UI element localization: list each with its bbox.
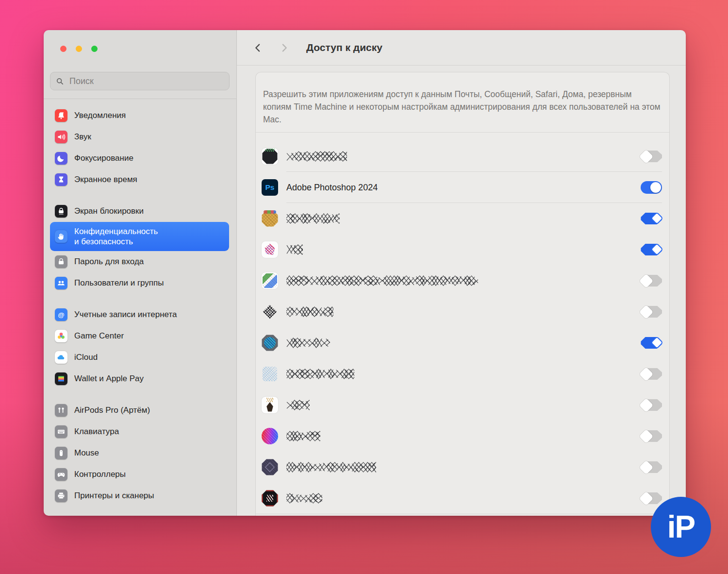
app-list: PsAdobe Photoshop 2024 <box>256 141 669 514</box>
redacted-app-name <box>286 493 641 504</box>
disk-access-toggle[interactable] <box>641 243 662 256</box>
users-icon <box>55 277 67 289</box>
redacted-app-name <box>286 275 641 286</box>
forward-button[interactable] <box>277 40 291 55</box>
redacted-app-name <box>286 244 641 255</box>
controller-icon <box>55 468 67 481</box>
lock-screen-icon <box>55 205 67 218</box>
app-row <box>256 234 669 265</box>
app-row: PsAdobe Photoshop 2024 <box>256 172 669 203</box>
sidebar-item-users[interactable]: Пользователи и группы <box>50 272 229 294</box>
redacted-app-icon <box>262 490 278 506</box>
window-controls <box>44 30 236 52</box>
search-input[interactable] <box>68 76 224 87</box>
moon-icon <box>55 152 67 165</box>
redacted-app-name <box>286 338 641 348</box>
redacted-app-name <box>286 306 641 317</box>
airpods-icon <box>55 404 67 417</box>
sidebar-item-game-center[interactable]: Game Center <box>50 325 229 347</box>
app-row <box>256 296 669 327</box>
app-row <box>256 141 669 172</box>
disk-access-toggle[interactable] <box>641 212 662 225</box>
at-icon: @ <box>55 308 67 321</box>
disk-access-toggle[interactable] <box>641 274 662 287</box>
sidebar-item-label: Принтеры и сканеры <box>74 490 154 501</box>
keyboard-icon <box>55 425 67 438</box>
sidebar-item-password-lock[interactable]: Пароль для входа <box>50 251 229 272</box>
disk-access-toggle[interactable] <box>641 368 662 380</box>
redacted-app-icon <box>262 241 278 258</box>
sidebar-item-hourglass[interactable]: Экранное время <box>50 169 229 190</box>
sidebar-item-label: Пароль для входа <box>74 256 144 267</box>
sidebar-item-mouse[interactable]: Mouse <box>50 442 229 464</box>
redacted-app-icon <box>262 210 278 227</box>
system-settings-window: УведомленияЗвукФокусированиеЭкранное вре… <box>44 30 686 516</box>
redacted-app-name <box>286 369 641 379</box>
sidebar-item-airpods[interactable]: AirPods Pro (Артём) <box>50 400 229 421</box>
sidebar-item-label: Wallet и Apple Pay <box>74 373 144 384</box>
sidebar-item-keyboard[interactable]: Клавиатура <box>50 421 229 442</box>
redacted-app-name <box>286 151 641 162</box>
redacted-app-icon <box>262 366 278 382</box>
sidebar-item-label: Фокусирование <box>74 153 133 163</box>
sidebar-item-label: Уведомления <box>74 110 126 120</box>
sidebar-item-lock-screen[interactable]: Экран блокировки <box>50 201 229 222</box>
chevron-left-icon <box>253 43 263 53</box>
search-field[interactable] <box>50 72 230 90</box>
sidebar-group: @Учетные записи интернетаGame CenteriClo… <box>50 304 229 389</box>
game-center-icon <box>55 330 67 342</box>
disk-access-toggle[interactable] <box>641 305 662 318</box>
sidebar-item-icloud[interactable]: iCloud <box>50 347 229 368</box>
search-icon <box>55 77 65 86</box>
wallet-icon <box>55 372 67 385</box>
sidebar-item-label: Экранное время <box>74 174 137 185</box>
app-row <box>256 358 669 389</box>
minimize-button[interactable] <box>76 46 82 52</box>
add-app-button[interactable]: + <box>260 514 274 516</box>
mouse-icon <box>55 447 67 459</box>
disk-access-toggle[interactable] <box>641 430 662 442</box>
disk-access-toggle[interactable] <box>641 181 662 194</box>
sidebar-item-wallet[interactable]: Wallet и Apple Pay <box>50 368 229 389</box>
sidebar-nav: УведомленияЗвукФокусированиеЭкранное вре… <box>44 99 236 516</box>
close-button[interactable] <box>60 46 66 52</box>
settings-content: Доступ к диску Разрешить этим приложения… <box>237 30 686 516</box>
app-row <box>256 421 669 452</box>
sidebar-item-label: Контроллеры <box>74 469 126 479</box>
app-row <box>256 483 669 514</box>
disk-access-toggle[interactable] <box>641 337 662 349</box>
redacted-app-name <box>286 213 641 224</box>
sidebar-item-printer[interactable]: Принтеры и сканеры <box>50 485 229 506</box>
sidebar-item-label: Game Center <box>74 331 124 341</box>
sidebar-item-at[interactable]: @Учетные записи интернета <box>50 304 229 325</box>
sidebar-item-bell[interactable]: Уведомления <box>50 105 229 126</box>
sidebar-item-controller[interactable]: Контроллеры <box>50 464 229 485</box>
sidebar-item-label: Звук <box>74 132 91 142</box>
redacted-app-icon <box>262 272 278 289</box>
back-button[interactable] <box>250 40 265 55</box>
redacted-app-icon <box>262 397 278 413</box>
sidebar-item-label: Клавиатура <box>74 426 119 437</box>
disk-access-toggle[interactable] <box>641 399 662 411</box>
disk-access-toggle[interactable] <box>641 461 662 473</box>
hand-icon <box>55 230 67 243</box>
chevron-right-icon <box>279 43 289 53</box>
sidebar-group: УведомленияЗвукФокусированиеЭкранное вре… <box>50 105 229 190</box>
list-footer: + − <box>256 514 669 516</box>
remove-app-button[interactable]: − <box>281 514 295 516</box>
redacted-app-icon <box>262 304 278 320</box>
desktop-background: УведомленияЗвукФокусированиеЭкранное вре… <box>0 0 728 574</box>
app-row <box>256 265 669 296</box>
ps-badge: Ps <box>265 183 275 192</box>
sidebar-item-label: Конфиденциальность и безопасность <box>74 226 158 247</box>
sidebar-item-moon[interactable]: Фокусирование <box>50 148 229 169</box>
sidebar-item-hand[interactable]: Конфиденциальность и безопасность <box>50 222 229 251</box>
disk-access-toggle[interactable] <box>641 492 662 505</box>
redacted-app-name <box>286 462 641 473</box>
zoom-button[interactable] <box>91 46 98 52</box>
disk-access-toggle[interactable] <box>641 150 662 163</box>
description-text: Разрешить этим приложениям доступ к данн… <box>256 81 669 133</box>
sidebar-item-label: Учетные записи интернета <box>74 309 177 320</box>
sidebar-item-speaker[interactable]: Звук <box>50 126 229 148</box>
app-row <box>256 389 669 421</box>
